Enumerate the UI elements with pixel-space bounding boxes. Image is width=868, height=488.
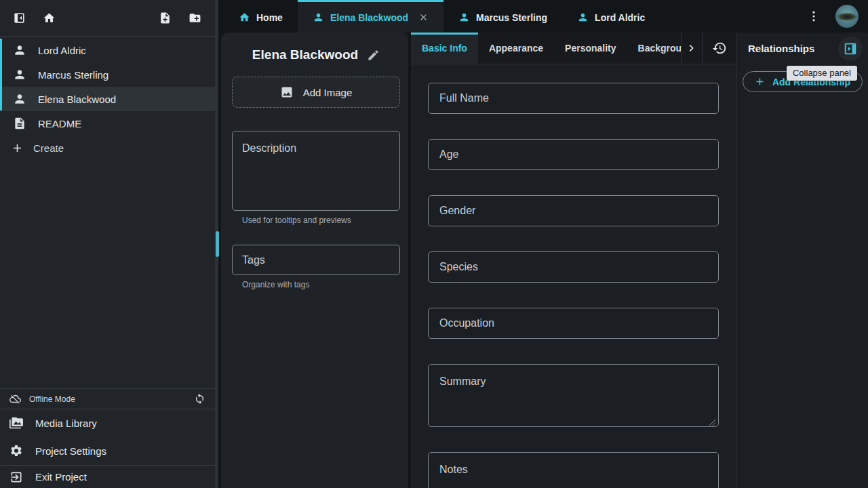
sidebar-footer: Offline Mode Media Library Project Setti… bbox=[0, 388, 215, 488]
resize-grip-icon[interactable] bbox=[709, 417, 716, 424]
plus-icon bbox=[754, 76, 766, 87]
detail-tab-basic-info[interactable]: Basic Info bbox=[411, 33, 478, 64]
field-label: Occupation bbox=[439, 317, 494, 329]
age-field[interactable]: Age bbox=[428, 139, 719, 170]
document-tab-lord-aldric[interactable]: Lord Aldric bbox=[562, 0, 660, 33]
person-icon bbox=[13, 43, 26, 57]
image-icon bbox=[280, 85, 294, 99]
home-icon[interactable] bbox=[43, 12, 56, 24]
sidebar-item-media-library[interactable]: Media Library bbox=[0, 409, 215, 436]
tags-label: Tags bbox=[242, 254, 265, 266]
history-icon bbox=[712, 41, 727, 56]
sidebar-item-create[interactable]: Create bbox=[0, 136, 215, 160]
entity-list: Lord AldricMarcus SterlingElena Blackwoo… bbox=[0, 37, 215, 160]
add-image-label: Add Image bbox=[303, 87, 353, 98]
document-tab-marcus-sterling[interactable]: Marcus Sterling bbox=[443, 0, 562, 33]
tab-label: Elena Blackwood bbox=[330, 12, 408, 23]
relationships-header: Relationships bbox=[736, 33, 868, 64]
close-icon[interactable] bbox=[418, 12, 429, 22]
kebab-menu-icon[interactable] bbox=[807, 9, 821, 24]
sidebar-item-label: Marcus Sterling bbox=[38, 69, 108, 81]
document-tab-elena-blackwood[interactable]: Elena Blackwood bbox=[298, 0, 443, 33]
field-label: Gender bbox=[439, 205, 475, 217]
more-tabs-button[interactable] bbox=[681, 33, 702, 64]
document-icon bbox=[13, 117, 26, 130]
new-document-icon[interactable] bbox=[159, 12, 172, 24]
gender-field[interactable]: Gender bbox=[428, 195, 719, 226]
media-library-label: Media Library bbox=[35, 418, 97, 429]
field-label: Notes bbox=[439, 464, 468, 475]
detail-tab-bar: Basic InfoAppearancePersonalityBackgroun… bbox=[411, 33, 736, 64]
relationships-panel: Relationships Add Relationship Collapse … bbox=[736, 33, 868, 488]
field-label: Summary bbox=[439, 375, 486, 387]
chevron-right-icon bbox=[685, 41, 698, 55]
sidebar-item-label: Elena Blackwood bbox=[38, 94, 116, 105]
collapse-panel-tooltip: Collapse panel bbox=[787, 66, 857, 81]
sidebar-item-lord-aldric[interactable]: Lord Aldric bbox=[0, 38, 215, 62]
sidebar-item-label: Lord Aldric bbox=[38, 45, 86, 56]
offline-status-row: Offline Mode bbox=[0, 388, 215, 409]
topbar-right bbox=[807, 0, 868, 33]
sidebar-item-marcus-sterling[interactable]: Marcus Sterling bbox=[0, 62, 215, 87]
person-icon bbox=[13, 68, 26, 81]
detail-tabs: Basic InfoAppearancePersonalityBackgroun… bbox=[411, 33, 681, 64]
plus-icon bbox=[11, 142, 24, 155]
description-helper-text: Used for tooltips and previews bbox=[232, 216, 400, 225]
gear-icon bbox=[9, 444, 23, 458]
sidebar-item-readme[interactable]: README bbox=[0, 111, 215, 136]
document-tab-home[interactable]: Home bbox=[224, 0, 298, 33]
field-label: Species bbox=[439, 261, 478, 273]
tags-helper-text: Organize with tags bbox=[232, 280, 400, 289]
tab-label: Home bbox=[256, 12, 283, 23]
add-image-button[interactable]: Add Image bbox=[232, 77, 400, 108]
person-icon bbox=[313, 12, 324, 23]
detail-tab-appearance[interactable]: Appearance bbox=[478, 33, 554, 64]
detail-tab-background[interactable]: Background bbox=[627, 33, 681, 64]
description-label: Description bbox=[242, 142, 296, 154]
field-label: Age bbox=[439, 148, 458, 161]
tab-label: Lord Aldric bbox=[595, 12, 645, 23]
sidebar-item-label: README bbox=[38, 118, 81, 129]
tab-label: Marcus Sterling bbox=[476, 12, 547, 23]
resize-drag-handle[interactable] bbox=[216, 231, 219, 257]
project-settings-label: Project Settings bbox=[35, 445, 106, 457]
pencil-icon[interactable] bbox=[367, 49, 380, 62]
person-icon bbox=[13, 92, 26, 106]
species-field[interactable]: Species bbox=[428, 251, 719, 283]
panel-resize-divider[interactable] bbox=[215, 0, 218, 488]
exit-icon bbox=[9, 470, 23, 484]
sidebar-item-elena-blackwood[interactable]: Elena Blackwood bbox=[0, 87, 215, 111]
document-tabs: HomeElena BlackwoodMarcus SterlingLord A… bbox=[218, 0, 660, 33]
person-icon bbox=[577, 12, 589, 23]
history-button[interactable] bbox=[702, 33, 736, 64]
character-detail-panel: Basic InfoAppearancePersonalityBackgroun… bbox=[411, 33, 736, 488]
full-name-field[interactable]: Full Name bbox=[428, 83, 719, 114]
collapse-sidebar-icon[interactable] bbox=[13, 12, 26, 24]
media-library-icon bbox=[9, 416, 23, 430]
sidebar: Lord AldricMarcus SterlingElena Blackwoo… bbox=[0, 0, 215, 488]
person-icon bbox=[458, 12, 470, 23]
sidebar-item-project-settings[interactable]: Project Settings bbox=[0, 436, 215, 465]
cloud-off-icon bbox=[9, 393, 21, 405]
character-title-row: Elena Blackwood bbox=[232, 47, 400, 62]
description-textarea[interactable]: Description bbox=[232, 131, 400, 211]
sidebar-item-label: Create bbox=[33, 142, 64, 154]
exit-project-label: Exit Project bbox=[35, 471, 87, 483]
collapse-panel-icon bbox=[843, 41, 858, 56]
sidebar-item-exit-project[interactable]: Exit Project bbox=[0, 465, 215, 488]
character-summary-panel: Elena Blackwood Add Image Description Us… bbox=[221, 33, 408, 488]
new-folder-icon[interactable] bbox=[189, 12, 201, 24]
offline-mode-label: Offline Mode bbox=[29, 394, 75, 404]
collapse-panel-button[interactable] bbox=[838, 37, 863, 61]
occupation-field[interactable]: Occupation bbox=[428, 308, 719, 339]
relationships-title: Relationships bbox=[748, 43, 838, 54]
field-label: Full Name bbox=[439, 92, 489, 104]
notes-field[interactable]: Notes bbox=[428, 452, 719, 488]
tags-input[interactable]: Tags bbox=[232, 245, 400, 275]
sync-icon[interactable] bbox=[194, 393, 205, 405]
user-avatar[interactable] bbox=[835, 5, 859, 28]
top-bar: HomeElena BlackwoodMarcus SterlingLord A… bbox=[218, 0, 868, 33]
summary-field[interactable]: Summary bbox=[428, 364, 719, 427]
detail-tab-personality[interactable]: Personality bbox=[554, 33, 627, 64]
list-accent-bar bbox=[0, 39, 2, 110]
